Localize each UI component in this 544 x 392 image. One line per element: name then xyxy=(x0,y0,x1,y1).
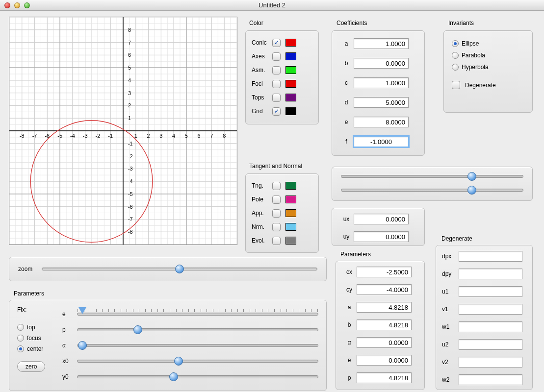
color-swatch[interactable] xyxy=(285,39,296,47)
param-input-p[interactable] xyxy=(357,372,412,383)
coef-row-d: d xyxy=(339,93,417,112)
param-slider-e[interactable] xyxy=(77,313,318,316)
degen-input-dpy[interactable] xyxy=(459,269,522,279)
color-checkbox-axes[interactable] xyxy=(272,52,281,61)
param-slider-p[interactable] xyxy=(77,328,318,331)
coef-input-f[interactable] xyxy=(354,136,409,147)
u-row-uy: uy xyxy=(339,228,417,245)
fix-option-focus[interactable]: focus xyxy=(17,333,56,343)
invariant-label: Parabola xyxy=(462,52,485,59)
param-slider-x0[interactable] xyxy=(77,360,318,363)
fix-option-center[interactable]: center xyxy=(17,343,56,354)
color-swatch[interactable] xyxy=(285,80,296,88)
param-input-alpha[interactable] xyxy=(357,337,412,348)
degen-input-w1[interactable] xyxy=(459,321,522,332)
tangent-heading: Tangent and Normal xyxy=(249,163,302,170)
color-checkbox-asm[interactable] xyxy=(272,66,281,74)
tangent-checkbox-tng[interactable] xyxy=(272,182,281,190)
param-slider-y0[interactable] xyxy=(77,375,318,378)
tangent-row-pole: Pole xyxy=(252,193,312,206)
param-row-p: p xyxy=(342,369,418,387)
svg-text:-3: -3 xyxy=(128,166,133,172)
param-input-e[interactable] xyxy=(357,355,412,366)
svg-text:-1: -1 xyxy=(128,141,133,147)
degen-input-w2[interactable] xyxy=(459,374,522,385)
coef-input-a[interactable] xyxy=(354,38,409,49)
coefficients-group: abcdef xyxy=(332,30,425,156)
tangent-checkbox-nrm[interactable] xyxy=(272,223,281,231)
param-slider-label: e xyxy=(62,311,77,318)
param-label-p: p xyxy=(342,374,357,381)
svg-text:-4: -4 xyxy=(128,178,133,184)
color-swatch[interactable] xyxy=(285,107,296,115)
svg-text:-5: -5 xyxy=(128,191,133,197)
tangent-swatch[interactable] xyxy=(285,209,296,217)
param-slider-row-y0: y0 xyxy=(62,369,318,385)
coef-row-b: b xyxy=(339,53,417,73)
svg-text:6: 6 xyxy=(128,52,131,58)
zero-button[interactable]: zero xyxy=(17,361,45,372)
svg-text:2: 2 xyxy=(147,133,150,139)
plot-area[interactable]: -8-7-6-5-4-3-2-112345678-8-7-6-5-4-3-2-1… xyxy=(9,17,237,245)
svg-text:-5: -5 xyxy=(57,133,62,139)
tangent-swatch[interactable] xyxy=(285,182,296,190)
zoom-label: zoom xyxy=(18,266,42,272)
invariant-option-parabola[interactable]: Parabola xyxy=(452,49,524,61)
coef-slider-2[interactable] xyxy=(341,189,523,192)
param-input-a[interactable] xyxy=(357,302,412,313)
color-checkbox-foci[interactable] xyxy=(272,80,281,88)
color-checkbox-grid[interactable]: ✓ xyxy=(272,107,281,116)
coef-input-c[interactable] xyxy=(354,77,409,88)
color-swatch[interactable] xyxy=(285,66,296,74)
coef-slider-1[interactable] xyxy=(341,175,523,178)
coef-row-f: f xyxy=(339,132,417,151)
fix-option-top[interactable]: top xyxy=(17,322,56,333)
degenerate-group: dpxdpyu1v1w1u2v2w2 xyxy=(436,245,533,390)
invariant-label: Hyperbola xyxy=(462,64,489,71)
degen-input-u1[interactable] xyxy=(459,286,522,297)
svg-text:-7: -7 xyxy=(32,133,37,139)
degenerate-checkbox[interactable] xyxy=(452,81,460,89)
degen-input-v1[interactable] xyxy=(459,304,522,315)
tangent-checkbox-pole[interactable] xyxy=(272,196,281,204)
zoom-slider[interactable] xyxy=(42,268,317,270)
tangent-checkbox-app[interactable] xyxy=(272,209,281,218)
invariant-option-ellipse[interactable]: Ellipse xyxy=(452,38,524,49)
param-slider-α[interactable] xyxy=(77,344,318,347)
svg-text:-6: -6 xyxy=(128,204,133,210)
svg-text:-3: -3 xyxy=(83,133,88,139)
invariant-option-hyperbola[interactable]: Hyperbola xyxy=(452,61,524,73)
degen-row-w2: w2 xyxy=(442,371,526,389)
param-input-cy[interactable] xyxy=(357,284,412,295)
color-label: Tops xyxy=(252,94,272,101)
param-input-b[interactable] xyxy=(357,319,412,330)
param-row-cy: cy xyxy=(342,281,418,298)
param-input-cx[interactable] xyxy=(357,267,412,277)
color-swatch[interactable] xyxy=(285,52,296,60)
u-group: uxuy xyxy=(332,208,425,246)
u-input-ux[interactable] xyxy=(354,214,409,224)
param-slider-label: α xyxy=(62,342,77,349)
degen-row-u1: u1 xyxy=(442,283,526,300)
degen-input-v2[interactable] xyxy=(459,357,522,368)
color-checkbox-tops[interactable] xyxy=(272,94,281,102)
tangent-checkbox-evol[interactable] xyxy=(272,237,281,245)
coef-input-d[interactable] xyxy=(354,97,409,108)
u-input-uy[interactable] xyxy=(354,231,409,242)
color-swatch[interactable] xyxy=(285,94,296,101)
tangent-swatch[interactable] xyxy=(285,223,296,231)
color-row-asm: Asm. xyxy=(252,63,312,77)
coef-input-b[interactable] xyxy=(354,58,409,69)
coef-input-e[interactable] xyxy=(354,117,409,127)
param-label-cy: cy xyxy=(342,286,357,293)
tangent-group: Tng.PoleApp.Nrm.Evol. xyxy=(245,173,319,253)
color-label: Grid xyxy=(252,108,272,115)
param-slider-row-p: p xyxy=(62,322,318,338)
zoom-group: zoom xyxy=(9,257,327,281)
degen-input-dpx[interactable] xyxy=(459,251,522,262)
degen-row-dpy: dpy xyxy=(442,265,526,283)
color-checkbox-conic[interactable]: ✓ xyxy=(272,39,281,47)
tangent-swatch[interactable] xyxy=(285,237,296,245)
tangent-swatch[interactable] xyxy=(285,196,296,203)
degen-input-u2[interactable] xyxy=(459,339,522,350)
